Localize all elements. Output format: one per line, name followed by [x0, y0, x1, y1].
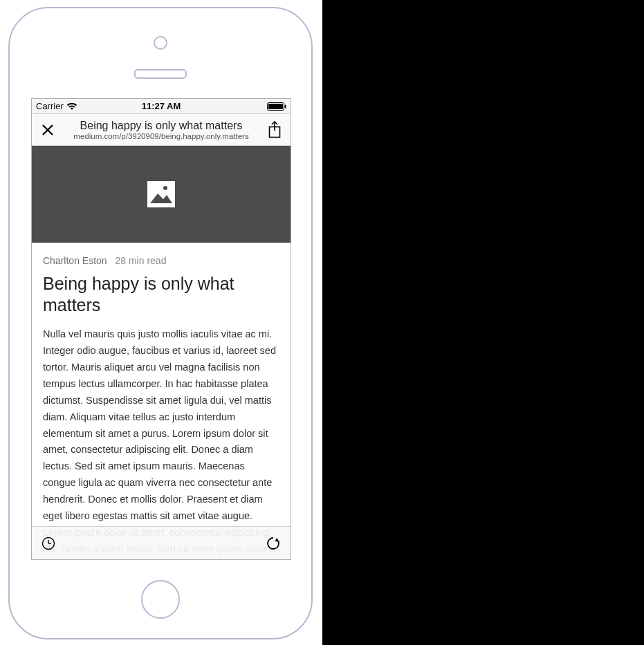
article-headline: Being happy is only what matters	[43, 273, 279, 315]
clock: 11:27 AM	[142, 101, 181, 111]
nav-url: medium.com/p/3920909/being.happy.only.ma…	[59, 132, 263, 140]
battery-icon	[267, 102, 286, 111]
svg-rect-1	[268, 104, 283, 109]
close-icon	[42, 124, 54, 136]
phone-frame: Carrier 11:27 AM	[8, 7, 313, 639]
svg-point-11	[163, 186, 167, 190]
history-button[interactable]	[42, 536, 55, 550]
earpiece	[134, 69, 187, 79]
home-button[interactable]	[141, 580, 180, 619]
image-placeholder-icon	[147, 181, 175, 207]
bottom-toolbar	[32, 526, 291, 559]
author-name: Charlton Eston	[43, 255, 107, 266]
byline: Charlton Eston 28 min read	[43, 255, 279, 266]
reload-icon	[266, 536, 281, 551]
share-icon	[268, 121, 282, 139]
nav-bar: Being happy is only what matters medium.…	[32, 114, 291, 146]
article-body: Nulla vel mauris quis justo mollis iacul…	[43, 326, 279, 559]
read-time: 28 min read	[116, 255, 167, 266]
hero-image-placeholder	[32, 146, 291, 243]
carrier-label: Carrier	[36, 101, 64, 111]
nav-title: Being happy is only what matters	[59, 120, 263, 132]
wifi-icon	[66, 102, 77, 111]
svg-rect-2	[285, 104, 286, 108]
article: Charlton Eston 28 min read Being happy i…	[32, 243, 291, 559]
svg-marker-15	[275, 538, 280, 542]
screen: Carrier 11:27 AM	[31, 98, 291, 560]
clock-icon	[42, 536, 55, 550]
svg-rect-9	[147, 181, 175, 207]
reload-button[interactable]	[266, 536, 281, 551]
right-black-panel	[322, 0, 644, 645]
content-scroll[interactable]: Charlton Eston 28 min read Being happy i…	[32, 146, 291, 559]
close-button[interactable]	[36, 124, 59, 136]
share-button[interactable]	[263, 121, 286, 139]
camera-dot	[154, 36, 167, 50]
status-bar: Carrier 11:27 AM	[32, 99, 291, 114]
